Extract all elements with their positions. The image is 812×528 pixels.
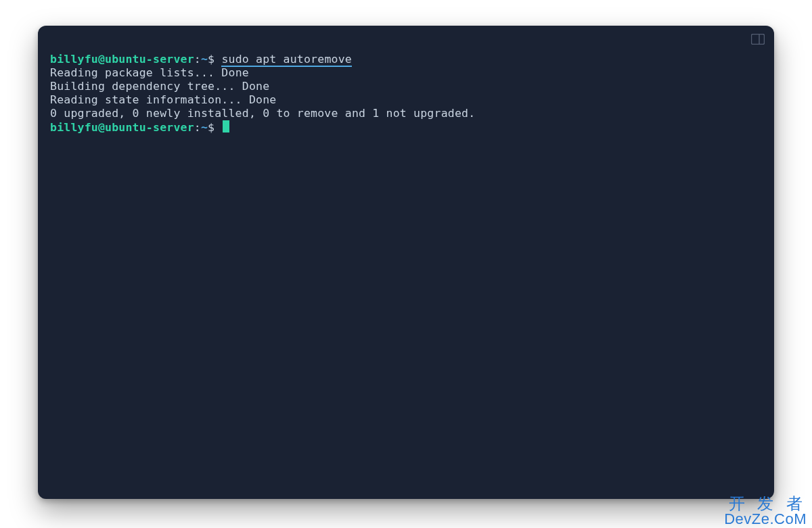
svg-rect-0 — [752, 34, 765, 45]
titlebar — [38, 26, 774, 50]
output-status: Done — [221, 66, 249, 79]
prompt-symbol: $ — [208, 53, 215, 66]
command-text: sudo apt autoremove — [221, 53, 352, 67]
output-line: Reading state information... — [50, 93, 249, 106]
output-status: Done — [249, 93, 277, 106]
cursor-icon — [223, 120, 229, 133]
prompt-separator: : — [194, 121, 201, 134]
prompt-user-host: billyfu@ubuntu-server — [50, 53, 194, 66]
watermark: 开 发 者 DevZe.CoM — [724, 496, 807, 527]
split-pane-icon[interactable] — [751, 34, 765, 45]
prompt-separator: : — [194, 53, 201, 66]
prompt-symbol: $ — [208, 121, 215, 134]
output-status: Done — [242, 80, 270, 93]
prompt-user-host: billyfu@ubuntu-server — [50, 121, 194, 134]
output-line: Reading package lists... — [50, 66, 221, 79]
terminal-output[interactable]: billyfu@ubuntu-server:~$ sudo apt autore… — [50, 53, 762, 489]
output-line: 0 upgraded, 0 newly installed, 0 to remo… — [50, 107, 475, 120]
output-line: Building dependency tree... — [50, 80, 242, 93]
watermark-line2: DevZe.CoM — [724, 512, 807, 527]
prompt-path: ~ — [201, 53, 208, 66]
prompt-path: ~ — [201, 121, 208, 134]
terminal-window: billyfu@ubuntu-server:~$ sudo apt autore… — [38, 26, 774, 499]
